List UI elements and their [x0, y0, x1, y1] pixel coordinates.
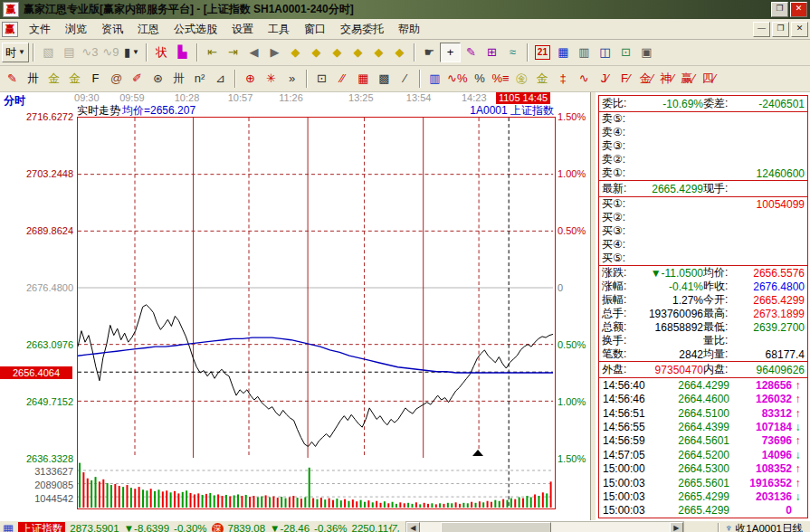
- fibonacci-grid-button[interactable]: F: [85, 69, 106, 89]
- shen-angle-button[interactable]: 神∕: [657, 69, 678, 89]
- angle-measure-button[interactable]: ⊿: [210, 69, 231, 89]
- scrollbar-thumb[interactable]: [441, 522, 551, 532]
- percent-button[interactable]: %: [469, 69, 490, 89]
- scroll-right-arrow[interactable]: ▶: [670, 522, 683, 532]
- pan-right-button[interactable]: ◆: [306, 43, 327, 62]
- zoom-in-button[interactable]: ◆: [368, 43, 389, 62]
- spiral-button[interactable]: @: [106, 69, 127, 89]
- box-tool-button[interactable]: ⊡: [311, 69, 332, 89]
- menu-文件[interactable]: 文件: [22, 19, 58, 40]
- menu-交易委托[interactable]: 交易委托: [333, 19, 391, 40]
- percent-tick-label: 0.50%: [557, 339, 586, 351]
- menu-江恩[interactable]: 江恩: [130, 19, 167, 40]
- scroll-left-arrow[interactable]: ◀: [406, 522, 420, 532]
- gann-grid-button[interactable]: 卅: [23, 69, 43, 89]
- latest-price-row: 最新:2665.4299现手:: [599, 180, 807, 197]
- calculator-button[interactable]: ▦: [553, 43, 574, 62]
- menu-浏览[interactable]: 浏览: [58, 19, 94, 40]
- pressure-support-button[interactable]: ‡: [553, 69, 574, 89]
- candle-chart-button[interactable]: ▮▼: [121, 43, 142, 62]
- horizontal-scrollbar[interactable]: ◀ ▶: [405, 521, 684, 532]
- stat-row: 总额:16858892最低:2639.2700: [599, 320, 807, 334]
- calendar-button[interactable]: 21: [532, 43, 553, 62]
- tick-price: 2665.4299: [659, 504, 729, 517]
- color-volume-button[interactable]: ▙: [172, 43, 193, 62]
- price-plot[interactable]: [77, 117, 556, 461]
- maximize-button[interactable]: ❐: [771, 2, 788, 17]
- period-grid-button[interactable]: 卅: [168, 69, 189, 89]
- rocket-marker-button[interactable]: ✐: [127, 69, 148, 89]
- down-arrow-icon: ↓: [792, 449, 804, 461]
- f-angle-button[interactable]: F∕: [615, 69, 636, 89]
- menu-资讯[interactable]: 资讯: [94, 19, 130, 40]
- gold-ratio-grid-button[interactable]: 金: [43, 69, 64, 89]
- zoom-out-button[interactable]: ◆: [389, 43, 410, 62]
- panel-text: 委比:: [602, 96, 626, 111]
- j-angle-button[interactable]: J∕: [595, 69, 615, 89]
- stat-row: 涨跌:▼-11.0500均价:2656.5576: [599, 266, 807, 280]
- four-angle-button[interactable]: 四∕: [699, 69, 719, 89]
- mdi-restore-button[interactable]: ❐: [772, 22, 789, 37]
- mdi-minimize-button[interactable]: —: [753, 22, 770, 37]
- panel-text: -2406501: [758, 98, 805, 110]
- first-screen-button[interactable]: ⇤: [202, 43, 223, 62]
- quote-table-icon[interactable]: ▦: [3, 522, 14, 532]
- shenzhen-icon[interactable]: 深: [212, 523, 224, 532]
- data-receive-label: 收1A0001日线: [736, 522, 803, 532]
- win-angle-button[interactable]: 赢∕: [678, 69, 699, 89]
- square-of-nine-button[interactable]: n²: [189, 69, 210, 89]
- scrollbar-track[interactable]: [420, 522, 670, 532]
- gold-fan-button[interactable]: 金∕: [636, 69, 657, 89]
- wave-band-button[interactable]: ∿: [574, 69, 595, 89]
- gann-window-button[interactable]: ⊞: [481, 43, 502, 62]
- tick-row: 15:00:032665.4299203136↓: [599, 489, 807, 503]
- tick-trade-list[interactable]: 14:56:402664.4299128656↑14:56:462664.460…: [599, 378, 807, 518]
- close-button[interactable]: ✕: [790, 2, 807, 17]
- crosshair-tool-button[interactable]: +: [440, 43, 461, 62]
- pan-left-button[interactable]: ◆: [285, 43, 306, 62]
- time-cycle-button[interactable]: ⊛: [148, 69, 168, 89]
- circle-cross-button[interactable]: ⊕: [240, 69, 261, 89]
- gold-circle-button[interactable]: ㊎: [511, 69, 532, 89]
- gold-lines-button[interactable]: 金: [532, 69, 553, 89]
- tick-volume: 0: [729, 504, 792, 517]
- cycle-wave-button[interactable]: ≈: [502, 43, 523, 62]
- mdi-close-button[interactable]: ✕: [791, 22, 808, 37]
- volume-pane[interactable]: [77, 459, 556, 509]
- period-selector-button[interactable]: 时▼: [2, 43, 29, 62]
- hand-tool-button[interactable]: ☛: [419, 43, 440, 62]
- ray-burst-button[interactable]: ∕∕: [332, 69, 353, 89]
- time-tick: 10:57: [228, 92, 253, 103]
- menu-设置[interactable]: 设置: [224, 19, 261, 40]
- gold-grid2-button[interactable]: 金: [64, 69, 85, 89]
- expand-horizontal-button[interactable]: ◆: [327, 43, 348, 62]
- notepad-button[interactable]: ▥: [574, 43, 595, 62]
- application-window: 赢 赢家江恩专业版[赢家内部服务平台] - [上证指数 SH1A0001-240…: [0, 0, 810, 532]
- next-screen-button[interactable]: ▶: [264, 43, 285, 62]
- brush-pen-button[interactable]: ✎: [2, 69, 23, 89]
- curve-tool-button[interactable]: ✎: [461, 43, 481, 62]
- wave-percent-button[interactable]: ∿%: [445, 69, 469, 89]
- save-button[interactable]: ◫: [595, 43, 615, 62]
- tick-volume: 83312: [729, 407, 792, 420]
- percent-lines-button[interactable]: %≡: [490, 69, 510, 89]
- dense-grid-button[interactable]: ▩: [374, 69, 395, 89]
- more-tools-button[interactable]: »: [281, 69, 302, 89]
- expand-vertical-button[interactable]: ◆: [348, 43, 368, 62]
- trend-line-button[interactable]: ∕: [395, 69, 415, 89]
- snapshot-button[interactable]: ⊡: [615, 43, 636, 62]
- last-screen-button[interactable]: ⇥: [223, 43, 243, 62]
- radial-fan-button[interactable]: ✳: [261, 69, 281, 89]
- volume-stats-button[interactable]: ▥: [424, 69, 445, 89]
- menu-窗口[interactable]: 窗口: [297, 19, 333, 40]
- menu-公式选股[interactable]: 公式选股: [167, 19, 224, 40]
- prev-screen-button[interactable]: ◀: [243, 43, 264, 62]
- send-button[interactable]: ▣: [636, 43, 657, 62]
- menu-帮助[interactable]: 帮助: [391, 19, 427, 40]
- stock-extract-button[interactable]: 状: [151, 43, 172, 62]
- panel-text: 2673.1899: [753, 308, 805, 320]
- vertical-splitter[interactable]: [590, 92, 596, 520]
- grid-overlay-button[interactable]: ▦: [353, 69, 374, 89]
- index-name-badge[interactable]: 上证指数: [18, 522, 65, 532]
- menu-工具[interactable]: 工具: [261, 19, 297, 40]
